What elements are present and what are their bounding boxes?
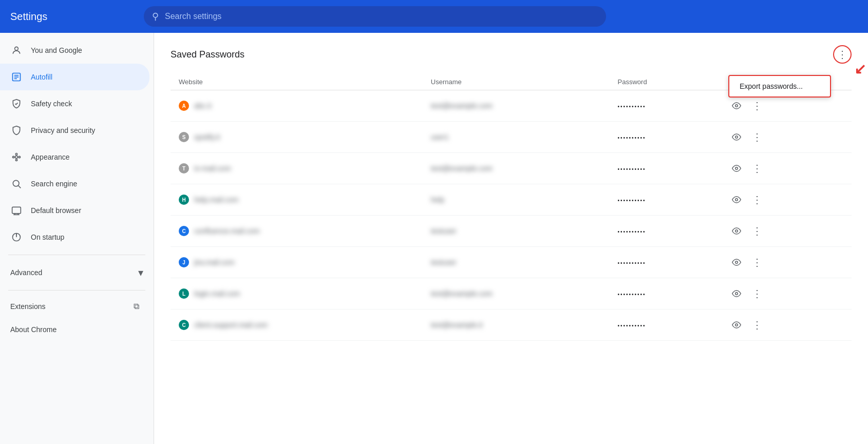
password-cell: •••••••••• bbox=[610, 310, 719, 341]
password-cell: •••••••••• bbox=[610, 278, 719, 310]
row-more-button[interactable]: ⋮ bbox=[748, 159, 766, 178]
about-chrome-label: About Chrome bbox=[10, 325, 56, 334]
more-dots-icon: ⋮ bbox=[837, 48, 847, 61]
privacy-icon bbox=[10, 124, 23, 137]
search-bar[interactable]: ⚲ bbox=[144, 6, 606, 27]
table-row: C confluence.mail.com testuser •••••••••… bbox=[171, 216, 852, 247]
content-area: Saved Passwords ⋮ Export passwords... ↙ … bbox=[154, 33, 868, 444]
svg-point-0 bbox=[15, 47, 18, 50]
password-dots: •••••••••• bbox=[618, 323, 646, 329]
row-actions-cell: ⋮ bbox=[719, 122, 852, 153]
more-actions-button[interactable]: ⋮ bbox=[833, 45, 852, 64]
sidebar-label: Safety check bbox=[31, 100, 72, 108]
extensions-label: Extensions bbox=[10, 302, 45, 311]
username-value: user1 bbox=[431, 133, 449, 141]
svg-point-7 bbox=[18, 156, 20, 158]
password-cell: •••••••••• bbox=[610, 122, 719, 153]
password-dots: •••••••••• bbox=[618, 135, 646, 141]
password-cell: •••••••••• bbox=[610, 90, 719, 122]
sidebar-item-autofill[interactable]: Autofill bbox=[0, 64, 149, 90]
on-startup-icon bbox=[10, 231, 23, 243]
svg-rect-12 bbox=[12, 207, 21, 214]
username-value: test@example.com bbox=[431, 164, 493, 172]
sidebar-item-you-and-google[interactable]: You and Google bbox=[0, 37, 149, 64]
username-value: test@example.it bbox=[431, 321, 483, 329]
section-title-text: Saved Passwords bbox=[171, 49, 244, 60]
sidebar-divider-2 bbox=[8, 290, 145, 291]
row-more-button[interactable]: ⋮ bbox=[748, 316, 766, 334]
row-more-button[interactable]: ⋮ bbox=[748, 128, 766, 146]
sidebar-item-search-engine[interactable]: Search engine bbox=[0, 170, 149, 197]
row-actions-cell: ⋮ bbox=[719, 247, 852, 278]
show-password-button[interactable] bbox=[727, 222, 746, 240]
table-row: T tv-mail.com test@example.com •••••••••… bbox=[171, 153, 852, 184]
site-cell: H help.mail.com bbox=[171, 184, 423, 216]
row-more-button[interactable]: ⋮ bbox=[748, 222, 766, 240]
row-more-button[interactable]: ⋮ bbox=[748, 96, 766, 115]
show-password-button[interactable] bbox=[727, 284, 746, 303]
appearance-icon bbox=[10, 151, 23, 163]
show-password-button[interactable] bbox=[727, 159, 746, 178]
col-password: Password bbox=[610, 74, 719, 90]
table-row: S spotify.it user1 •••••••••• ⋮ bbox=[171, 122, 852, 153]
row-actions-cell: ⋮ bbox=[719, 184, 852, 216]
site-name: tv-mail.com bbox=[194, 164, 231, 172]
username-cell: user1 bbox=[423, 122, 610, 153]
password-dots: •••••••••• bbox=[618, 229, 646, 235]
username-cell: test@example.com bbox=[423, 90, 610, 122]
export-passwords-button[interactable]: Export passwords... bbox=[729, 76, 830, 96]
person-icon bbox=[10, 44, 23, 56]
password-dots: •••••••••• bbox=[618, 260, 646, 266]
username-value: test@example.com bbox=[431, 289, 493, 298]
username-value: testuser bbox=[431, 227, 457, 235]
more-actions-container: ⋮ Export passwords... ↙ bbox=[833, 45, 852, 64]
sidebar-item-extensions[interactable]: Extensions ⧉ bbox=[0, 295, 149, 318]
show-password-button[interactable] bbox=[727, 316, 746, 334]
site-cell: C client.support.mail.com bbox=[171, 310, 423, 341]
show-password-button[interactable] bbox=[727, 128, 746, 146]
svg-point-22 bbox=[735, 199, 738, 201]
password-cell: •••••••••• bbox=[610, 153, 719, 184]
search-input[interactable] bbox=[165, 12, 598, 21]
show-password-button[interactable] bbox=[727, 190, 746, 209]
sidebar-item-default-browser[interactable]: Default browser bbox=[0, 197, 149, 224]
svg-point-26 bbox=[735, 324, 738, 326]
more-dots-icon: ⋮ bbox=[752, 256, 762, 268]
site-cell: T tv-mail.com bbox=[171, 153, 423, 184]
sidebar-item-safety-check[interactable]: Safety check bbox=[0, 90, 149, 117]
advanced-label: Advanced bbox=[10, 268, 42, 277]
more-dots-icon: ⋮ bbox=[752, 194, 762, 206]
site-cell: J jira.mail.com bbox=[171, 247, 423, 278]
sidebar-item-on-startup[interactable]: On startup bbox=[0, 224, 149, 250]
more-dots-icon: ⋮ bbox=[752, 287, 762, 300]
password-dots: •••••••••• bbox=[618, 292, 646, 297]
svg-point-8 bbox=[15, 153, 17, 155]
row-more-button[interactable]: ⋮ bbox=[748, 284, 766, 303]
username-cell: test@example.it bbox=[423, 310, 610, 341]
svg-point-10 bbox=[13, 180, 19, 186]
row-more-button[interactable]: ⋮ bbox=[748, 190, 766, 209]
password-dots: •••••••••• bbox=[618, 104, 646, 109]
username-cell: testuser bbox=[423, 247, 610, 278]
row-more-button[interactable]: ⋮ bbox=[748, 253, 766, 272]
row-actions-cell: ⋮ bbox=[719, 310, 852, 341]
username-cell: help bbox=[423, 184, 610, 216]
svg-point-20 bbox=[735, 136, 738, 139]
row-actions-cell: ⋮ bbox=[719, 153, 852, 184]
sidebar-label: Appearance bbox=[31, 153, 70, 161]
default-browser-icon bbox=[10, 204, 23, 217]
more-dots-icon: ⋮ bbox=[752, 225, 762, 237]
table-row: C client.support.mail.com test@example.i… bbox=[171, 310, 852, 341]
site-name: spotify.it bbox=[194, 133, 220, 141]
autofill-icon bbox=[10, 71, 23, 83]
search-icon: ⚲ bbox=[152, 11, 159, 22]
sidebar-item-appearance[interactable]: Appearance bbox=[0, 144, 149, 170]
sidebar-item-privacy-security[interactable]: Privacy and security bbox=[0, 117, 149, 144]
table-row: J jira.mail.com testuser •••••••••• ⋮ bbox=[171, 247, 852, 278]
show-password-button[interactable] bbox=[727, 96, 746, 115]
show-password-button[interactable] bbox=[727, 253, 746, 272]
sidebar-advanced-section[interactable]: Advanced ▾ bbox=[0, 259, 154, 286]
sidebar-item-about-chrome[interactable]: About Chrome bbox=[0, 318, 149, 341]
more-dots-icon: ⋮ bbox=[752, 319, 762, 331]
svg-point-23 bbox=[735, 230, 738, 233]
